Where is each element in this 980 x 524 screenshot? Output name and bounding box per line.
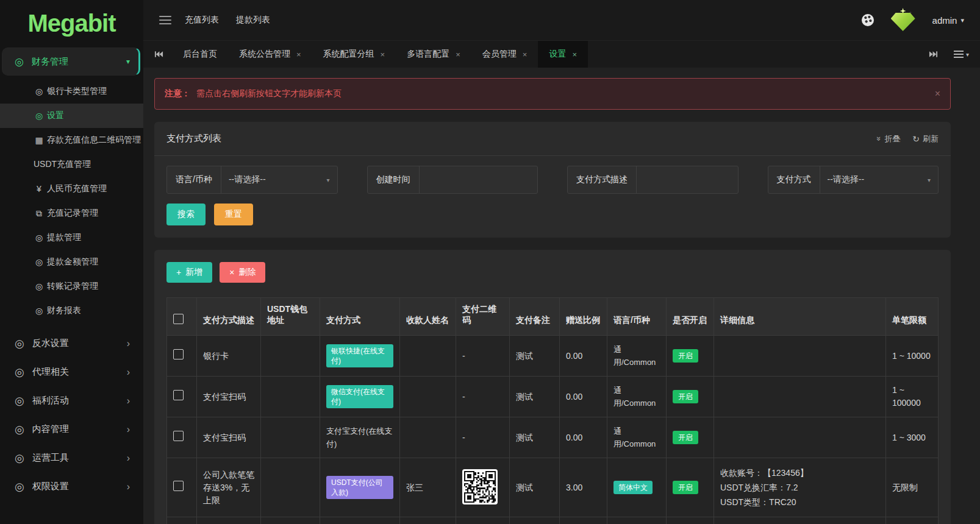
row-checkbox[interactable] [173, 481, 184, 491]
close-icon[interactable]: × [381, 50, 385, 59]
filter-input[interactable] [637, 166, 738, 193]
sidebar-item[interactable]: ¥人民币充值管理 [0, 177, 143, 201]
recharge-list-link[interactable]: 充值列表 [185, 15, 219, 26]
chevron-down-icon: ▾ [326, 177, 329, 183]
remark-cell: 测试 [510, 336, 560, 377]
row-checkbox[interactable] [173, 431, 184, 441]
chevron-right-icon: › [127, 453, 130, 464]
sidebar-item-label: 银行卡类型管理 [47, 86, 107, 97]
method-cell: 银联快捷(在线支付) [320, 336, 400, 377]
qrcode-cell: - [456, 417, 510, 458]
circle-icon: ◎ [15, 480, 24, 494]
filter-input[interactable] [420, 166, 538, 193]
circle-icon: ◎ [34, 257, 45, 267]
collapse-button[interactable]: » 折叠 [877, 133, 900, 144]
tab[interactable]: 多语言配置× [396, 41, 471, 68]
column-header: USDT钱包地址 [261, 298, 320, 336]
add-button[interactable]: + 新增 [166, 262, 212, 283]
chevron-down-icon: ▾ [126, 57, 130, 66]
refresh-button[interactable]: ↻ 刷新 [912, 133, 939, 144]
chevron-right-icon: › [127, 395, 130, 406]
wallet-cell [261, 377, 320, 417]
sidebar-group-label: 代理相关 [32, 366, 69, 378]
user-menu[interactable]: admin ▾ [932, 15, 964, 26]
sidebar-item[interactable]: ◎设置 [0, 104, 143, 128]
sidebar-group-finance[interactable]: ◎ 财务管理 ▾ [2, 48, 140, 76]
sidebar-group[interactable]: ◎内容管理› [0, 415, 143, 444]
sidebar-item[interactable]: ◎提款金额管理 [0, 250, 143, 274]
sidebar-group-label: 权限设置 [32, 481, 69, 492]
sidebar-group[interactable]: ◎福利活动› [0, 386, 143, 415]
menu-toggle-icon[interactable] [159, 16, 171, 24]
enabled-toggle[interactable]: 开启 [673, 431, 698, 444]
chevron-right-icon: › [127, 481, 130, 492]
sidebar-item[interactable]: USDT充值管理 [0, 152, 143, 177]
sidebar-group-label: 反水设置 [32, 338, 69, 349]
tab[interactable]: 会员管理× [471, 41, 538, 68]
method-badge: USDT支付(公司入款) [326, 476, 393, 499]
circle-icon: ◎ [15, 423, 24, 436]
filter-select[interactable]: --请选择--▾ [820, 166, 939, 193]
filter-value: --请选择-- [828, 174, 865, 185]
qrcode-cell: - [456, 377, 510, 417]
circle-icon: ◎ [15, 337, 24, 350]
sidebar-item[interactable]: ◎财务报表 [0, 299, 143, 323]
notice-text: 需点击右侧刷新按钮文字才能刷新本页 [196, 88, 342, 99]
close-icon[interactable]: × [935, 88, 940, 99]
sidebar-group[interactable]: ◎运营工具› [0, 444, 143, 472]
ratio-cell: 0.00 [560, 377, 607, 417]
tab[interactable]: 系统公告管理× [228, 41, 312, 68]
sidebar-item[interactable]: ◎转账记录管理 [0, 274, 143, 299]
sidebar-group-label: 福利活动 [32, 395, 69, 406]
enabled-toggle[interactable]: 开启 [673, 349, 698, 363]
tab[interactable]: 设置× [538, 41, 588, 68]
close-icon[interactable]: × [523, 50, 528, 59]
tab[interactable]: 系统配置分组× [312, 41, 396, 68]
close-icon[interactable]: × [456, 50, 460, 59]
sidebar-item[interactable]: ◎银行卡类型管理 [0, 79, 143, 104]
delete-button[interactable]: × 删除 [220, 262, 265, 283]
sidebar-item[interactable]: ▦存款充值信息二维码管理 [0, 128, 143, 152]
collapse-icon: » [874, 136, 884, 141]
tab-menu-icon[interactable]: ▾ [954, 51, 969, 58]
sidebar-group[interactable]: ◎权限设置› [0, 472, 143, 501]
wallet-cell [261, 517, 320, 524]
row-checkbox[interactable] [173, 349, 184, 359]
payee-cell: TRC20 [400, 517, 456, 524]
select-all-checkbox[interactable] [173, 314, 184, 324]
theme-palette-icon[interactable] [862, 14, 874, 26]
remark-cell: 测试 [510, 517, 560, 524]
close-icon[interactable]: × [572, 50, 577, 59]
sidebar-group[interactable]: ◎代理相关› [0, 358, 143, 386]
enabled-toggle[interactable]: 开启 [673, 390, 698, 403]
lang-cell: 通用/Common [607, 417, 667, 458]
sidebar-item[interactable]: ◎提款管理 [0, 225, 143, 250]
enabled-toggle[interactable]: 开启 [673, 481, 698, 494]
detail-line: USDT类型：TRC20 [720, 495, 879, 509]
reset-button[interactable]: 重置 [214, 204, 253, 225]
gem-avatar-icon[interactable] [890, 8, 917, 32]
detail-cell [714, 336, 886, 377]
filter-group: 支付方式描述 [567, 166, 739, 194]
forward-tabs-icon[interactable] [929, 51, 938, 58]
filter-select[interactable]: --请选择--▾ [221, 166, 337, 193]
withdraw-list-link[interactable]: 提款列表 [236, 15, 270, 26]
close-icon[interactable]: × [296, 50, 301, 59]
rewind-tabs-icon[interactable] [154, 51, 163, 58]
row-checkbox[interactable] [173, 390, 184, 400]
detail-cell: 收款账号：【123456】USDT兑换汇率：7.2USDT类型：TRC20 [714, 458, 886, 517]
brand-logo: Megabit [0, 0, 143, 46]
sidebar-group[interactable]: ◎反水设置› [0, 329, 143, 358]
tab[interactable]: 后台首页 [172, 41, 228, 68]
search-button[interactable]: 搜索 [166, 204, 206, 225]
panel-title: 支付方式列表 [166, 133, 221, 144]
wallet-cell [261, 336, 320, 377]
table-row: 支付宝扫码微信支付(在线支付)-测试0.00通用/Common开启1 ~ 100… [167, 377, 939, 417]
filter-fields: 语言/币种--请选择--▾创建时间支付方式描述支付方式--请选择--▾ [154, 156, 951, 194]
refresh-icon: ↻ [912, 134, 920, 144]
plus-icon: + [176, 267, 181, 277]
chevron-down-icon: ▾ [960, 16, 964, 24]
column-header: 语言/币种 [607, 298, 667, 336]
lang-cell: 通用/Common [607, 336, 667, 377]
sidebar-item[interactable]: ⧉充值记录管理 [0, 201, 143, 225]
